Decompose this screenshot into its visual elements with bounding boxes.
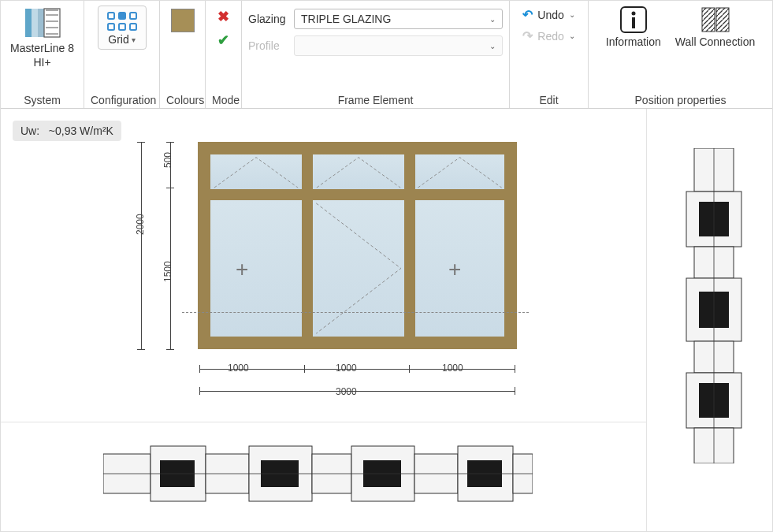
dim-total-width: 3000 [336,386,357,397]
svg-rect-3 [44,9,60,37]
group-position-properties: Information Wall Connection [589,1,772,108]
undo-label: Undo [537,9,563,21]
group-position-properties-label: Position properties [595,91,766,106]
glazing-value: TRIPLE GLAZING [301,13,391,25]
info-icon [617,6,650,35]
svg-rect-19 [716,8,729,32]
svg-point-16 [631,12,635,16]
group-colours-label: Colours [166,91,199,106]
svg-rect-13 [119,24,125,30]
profile-select: ⌄ [294,35,503,56]
group-mode: ✖ ✔ Mode [206,1,242,108]
vertical-profile-icon [678,148,749,463]
group-colours: Colours [160,1,206,108]
group-system-label: System [7,91,77,106]
svg-rect-12 [108,24,114,30]
grid-icon [106,11,138,33]
svg-rect-14 [130,24,136,30]
uw-value: ~0,93 W/m²K [49,125,113,137]
svg-rect-11 [130,13,136,19]
grid-button-label: Grid [108,33,128,46]
main-canvas[interactable]: Uw: ~0,93 W/m²K [1,109,646,422]
group-system: MasterLine 8 HI+ System [1,1,84,108]
svg-rect-1 [32,9,38,37]
chevron-down-icon: ▾ [132,35,136,44]
dim-line [199,391,515,392]
information-button[interactable]: Information [606,6,661,49]
chevron-down-icon: ⌄ [489,42,496,50]
undo-icon: ↶ [522,7,533,22]
redo-label: Redo [537,30,563,43]
app-root: MasterLine 8 HI+ System [0,0,773,532]
grid-button[interactable]: Grid ▾ [98,6,147,50]
wall-connection-icon [699,6,732,35]
dim-line [141,142,142,349]
group-frame-element-label: Frame Element [248,91,503,106]
horizontal-profile-icon [103,438,533,509]
wall-connection-button-label: Wall Connection [675,35,755,49]
group-configuration-label: Configuration [91,91,153,106]
information-button-label: Information [606,35,661,49]
profile-label: Profile [248,39,289,52]
svg-rect-0 [25,9,32,37]
redo-button: ↷ Redo ⌄ [522,28,574,43]
colour-swatch[interactable] [171,9,195,32]
dim-seg-width: 1000 [228,363,249,374]
svg-rect-10 [119,13,125,19]
workspace: Uw: ~0,93 W/m²K [1,109,772,532]
glazing-select[interactable]: TRIPLE GLAZING ⌄ [294,9,503,29]
plus-marker: + [448,257,461,282]
chevron-down-icon: ⌄ [489,15,496,24]
pane-top-right[interactable] [410,149,510,195]
dim-seg-width: 1000 [336,363,357,374]
chevron-down-icon: ⌄ [569,32,575,40]
left-area: Uw: ~0,93 W/m²K [1,109,646,532]
group-edit: ↶ Undo ⌄ ↷ Redo ⌄ Edit [510,1,589,108]
plus-marker: + [236,257,248,282]
group-frame-element: Glazing TRIPLE GLAZING ⌄ Profile ⌄ [242,1,510,108]
uw-label: Uw: [20,125,39,137]
dim-bottom-height: 1500 [162,261,173,282]
profile-icon [24,6,61,40]
ribbon: MasterLine 8 HI+ System [1,1,772,109]
dim-top-height: 500 [162,152,173,168]
undo-button[interactable]: ↶ Undo ⌄ [522,7,574,22]
mode-cancel-button[interactable]: ✖ [216,9,232,24]
svg-rect-18 [702,8,715,32]
pane-bottom-middle[interactable] [307,195,410,342]
uw-value-pill: Uw: ~0,93 W/m²K [13,121,121,141]
group-configuration: Grid ▾ Configuration [84,1,160,108]
pane-top-left[interactable] [205,149,307,195]
pane-top-middle[interactable] [307,149,410,195]
group-mode-label: Mode [212,91,235,106]
svg-rect-17 [632,17,635,28]
wall-connection-button[interactable]: Wall Connection [675,6,755,49]
window-element[interactable] [198,142,517,349]
glazing-label: Glazing [248,13,289,25]
dim-total-height: 2000 [135,214,146,235]
pane-bottom-left[interactable] [205,195,307,342]
svg-rect-2 [38,9,44,37]
dim-seg-width: 1000 [442,363,463,374]
system-button-label: MasterLine 8 HI+ [7,42,77,69]
redo-icon: ↷ [522,28,533,43]
system-button[interactable]: MasterLine 8 HI+ [7,6,77,69]
group-edit-label: Edit [516,91,582,106]
svg-rect-9 [108,13,114,19]
chevron-down-icon: ⌄ [569,10,575,19]
horizontal-section-view[interactable] [1,422,646,532]
mode-accept-button[interactable]: ✔ [216,32,232,48]
vertical-section-view[interactable] [646,109,772,532]
